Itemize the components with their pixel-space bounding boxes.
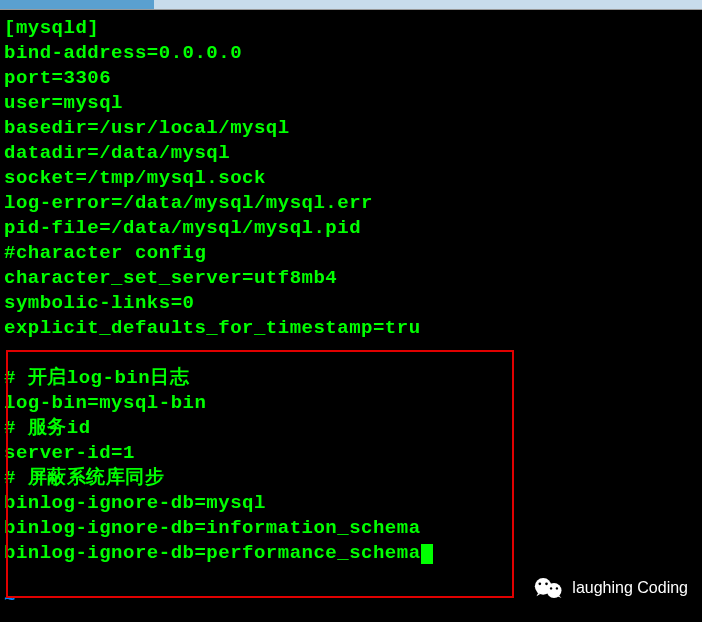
- blank-line: [4, 341, 698, 366]
- svg-point-4: [550, 587, 552, 589]
- watermark-text: laughing Coding: [572, 579, 688, 597]
- config-line: pid-file=/data/mysql/mysql.pid: [4, 216, 698, 241]
- terminal-area[interactable]: [mysqld] bind-address=0.0.0.0 port=3306 …: [0, 10, 702, 622]
- svg-point-2: [539, 583, 542, 586]
- wechat-icon: [534, 576, 564, 600]
- config-line: [mysqld]: [4, 16, 698, 41]
- watermark: laughing Coding: [534, 576, 688, 600]
- config-line: symbolic-links=0: [4, 291, 698, 316]
- config-line: character_set_server=utf8mb4: [4, 266, 698, 291]
- svg-point-5: [556, 587, 558, 589]
- config-line-boxed: server-id=1: [4, 441, 698, 466]
- config-line: datadir=/data/mysql: [4, 141, 698, 166]
- config-line: socket=/tmp/mysql.sock: [4, 166, 698, 191]
- config-line: log-error=/data/mysql/mysql.err: [4, 191, 698, 216]
- title-bar: [0, 0, 702, 10]
- config-line: basedir=/usr/local/mysql: [4, 116, 698, 141]
- cursor-icon: [421, 544, 433, 564]
- config-line: bind-address=0.0.0.0: [4, 41, 698, 66]
- editor-window: [mysqld] bind-address=0.0.0.0 port=3306 …: [0, 0, 702, 622]
- config-line-boxed: binlog-ignore-db=mysql: [4, 491, 698, 516]
- config-line-boxed: # 服务id: [4, 416, 698, 441]
- config-line-boxed: # 屏蔽系统库同步: [4, 466, 698, 491]
- svg-point-3: [546, 583, 549, 586]
- config-line: port=3306: [4, 66, 698, 91]
- config-line: explicit_defaults_for_timestamp=tru: [4, 316, 698, 341]
- config-line-boxed: log-bin=mysql-bin: [4, 391, 698, 416]
- config-text: binlog-ignore-db=performance_schema: [4, 542, 421, 564]
- config-line-boxed: # 开启log-bin日志: [4, 366, 698, 391]
- config-line: #character config: [4, 241, 698, 266]
- config-line: user=mysql: [4, 91, 698, 116]
- config-line-cursor: binlog-ignore-db=performance_schema: [4, 541, 698, 566]
- config-line-boxed: binlog-ignore-db=information_schema: [4, 516, 698, 541]
